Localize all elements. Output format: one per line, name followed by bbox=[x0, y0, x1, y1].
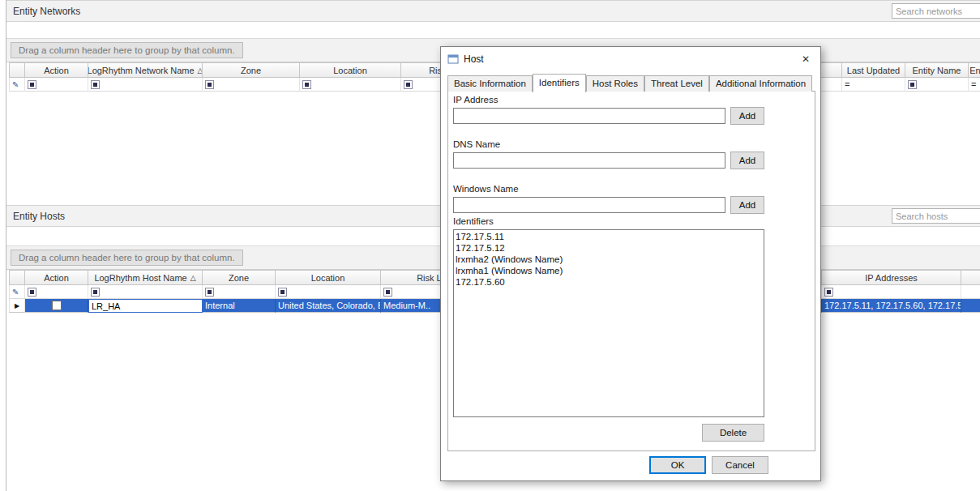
networks-col-last-updated[interactable]: Last Updated bbox=[842, 62, 905, 78]
hosts-filter-location[interactable] bbox=[276, 285, 381, 299]
add-dns-button[interactable]: Add bbox=[730, 152, 764, 169]
hosts-filter-host-name[interactable] bbox=[88, 285, 203, 299]
risk-value: Medium-M.. bbox=[383, 301, 430, 310]
equals-operator-icon[interactable]: = bbox=[971, 79, 976, 89]
networks-col-entity-id[interactable]: Entity ID bbox=[969, 62, 980, 78]
tab-host-roles[interactable]: Host Roles bbox=[586, 75, 644, 92]
hosts-col-action[interactable]: Action bbox=[25, 270, 88, 285]
networks-search-input[interactable] bbox=[892, 3, 980, 19]
networks-filter-last-updated[interactable]: = bbox=[842, 78, 905, 92]
row-location-cell[interactable]: United States, Colorado, B.. bbox=[276, 299, 381, 313]
networks-indicator-header bbox=[9, 62, 25, 78]
entity-networks-title: Entity Networks bbox=[13, 6, 80, 17]
add-ip-button[interactable]: Add bbox=[730, 107, 764, 125]
hosts-col-extra bbox=[961, 270, 980, 285]
entity-networks-title-bar: Entity Networks bbox=[6, 0, 980, 22]
ip-address-label: IP Address bbox=[453, 95, 498, 105]
identifiers-tab-page: IP Address Add DNS Name Add Windows Name… bbox=[447, 91, 815, 451]
ip-addresses-value: 172.17.5.11, 172.17.5.60, 172.17.5.12 bbox=[824, 301, 961, 310]
edit-filter-icon: ✎ bbox=[12, 288, 19, 297]
hosts-col-location[interactable]: Location bbox=[276, 270, 381, 285]
filter-icon[interactable] bbox=[302, 80, 311, 89]
hosts-col-zone[interactable]: Zone bbox=[203, 270, 276, 285]
col-label: Entity Name bbox=[913, 66, 961, 75]
cancel-button[interactable]: Cancel bbox=[712, 456, 768, 474]
networks-col-entity-name[interactable]: Entity Name bbox=[905, 62, 969, 78]
add-windows-button[interactable]: Add bbox=[730, 196, 764, 214]
row-zone-cell[interactable]: Internal bbox=[203, 299, 276, 313]
sort-asc-icon: △ bbox=[190, 274, 196, 282]
dns-name-label: DNS Name bbox=[453, 139, 500, 149]
dialog-title: Host bbox=[464, 53, 484, 65]
identifiers-label: Identifiers bbox=[453, 216, 494, 226]
row-ip-addresses-cell[interactable]: 172.17.5.11, 172.17.5.60, 172.17.5.12 bbox=[822, 299, 961, 313]
col-label: Action bbox=[44, 273, 69, 283]
networks-col-location[interactable]: Location bbox=[300, 62, 401, 78]
ip-address-input[interactable] bbox=[453, 108, 725, 124]
networks-col-zone[interactable]: Zone bbox=[203, 62, 300, 78]
col-label: Zone bbox=[229, 273, 249, 283]
filter-icon[interactable] bbox=[404, 80, 413, 89]
col-label: IP Addresses bbox=[865, 273, 918, 283]
networks-filter-location[interactable] bbox=[300, 78, 401, 92]
col-label: Zone bbox=[241, 66, 261, 75]
identifier-item[interactable]: 172.17.5.60 bbox=[456, 276, 762, 288]
ok-button[interactable]: OK bbox=[649, 456, 706, 474]
host-dialog-title-bar[interactable]: Host bbox=[441, 47, 820, 71]
row-host-name-cell[interactable]: LR_HA bbox=[88, 299, 203, 313]
networks-filter-network-name[interactable] bbox=[88, 78, 203, 92]
filter-icon[interactable] bbox=[824, 288, 833, 297]
filter-icon[interactable] bbox=[28, 80, 36, 89]
host-icon bbox=[447, 53, 459, 65]
hosts-filter-extra bbox=[961, 285, 980, 299]
identifier-item[interactable]: 172.17.5.11 bbox=[456, 231, 762, 242]
networks-filter-zone[interactable] bbox=[203, 78, 300, 92]
networks-filter-action[interactable] bbox=[25, 78, 88, 92]
filter-icon[interactable] bbox=[908, 80, 917, 89]
host-dialog: Host ✕ Basic Information Identifiers Hos… bbox=[440, 46, 821, 481]
tab-additional-information[interactable]: Additional Information bbox=[709, 75, 812, 92]
hosts-indicator-header bbox=[9, 270, 25, 285]
hosts-group-hint: Drag a column header here to group by th… bbox=[11, 250, 243, 266]
filter-icon[interactable] bbox=[91, 80, 100, 89]
networks-filter-entity-id[interactable]: = bbox=[969, 78, 980, 92]
tab-basic-information[interactable]: Basic Information bbox=[447, 75, 533, 92]
equals-operator-icon[interactable]: = bbox=[845, 79, 849, 89]
row-action-cell[interactable] bbox=[25, 299, 88, 313]
identifier-item[interactable]: lrxmha2 (Windows Name) bbox=[456, 254, 762, 265]
hosts-filter-zone[interactable] bbox=[203, 285, 276, 299]
hosts-filter-action[interactable] bbox=[25, 285, 88, 299]
dns-name-input[interactable] bbox=[453, 152, 725, 169]
col-label: Last Updated bbox=[847, 66, 900, 75]
col-label: Location bbox=[311, 273, 345, 283]
zone-value: Internal bbox=[205, 301, 235, 310]
row-extra-cell bbox=[961, 299, 980, 313]
windows-name-input[interactable] bbox=[453, 197, 725, 213]
filter-icon[interactable] bbox=[28, 288, 36, 297]
filter-icon[interactable] bbox=[278, 288, 287, 297]
filter-icon[interactable] bbox=[205, 80, 214, 89]
hosts-filter-ip-addresses[interactable] bbox=[822, 285, 961, 299]
filter-icon[interactable] bbox=[91, 288, 100, 297]
identifiers-listbox[interactable]: 172.17.5.11 172.17.5.12 lrxmha2 (Windows… bbox=[453, 229, 764, 417]
action-checkbox[interactable] bbox=[52, 301, 62, 310]
identifier-item[interactable]: 172.17.5.12 bbox=[456, 242, 762, 254]
filter-icon[interactable] bbox=[205, 288, 214, 297]
edit-filter-icon: ✎ bbox=[12, 80, 19, 89]
networks-group-hint: Drag a column header here to group by th… bbox=[11, 42, 243, 58]
hosts-search-input[interactable] bbox=[892, 208, 980, 224]
hosts-col-ip-addresses[interactable]: IP Addresses bbox=[822, 270, 961, 285]
identifier-item[interactable]: lrxmha1 (Windows Name) bbox=[456, 265, 762, 276]
host-name-value: LR_HA bbox=[92, 301, 120, 311]
close-button[interactable]: ✕ bbox=[791, 47, 820, 70]
networks-filter-entity-name[interactable] bbox=[905, 78, 969, 92]
networks-col-action[interactable]: Action bbox=[25, 62, 88, 78]
delete-button[interactable]: Delete bbox=[702, 424, 764, 442]
tab-identifiers[interactable]: Identifiers bbox=[533, 74, 586, 92]
tab-threat-level[interactable]: Threat Level bbox=[644, 75, 709, 92]
filter-icon[interactable] bbox=[383, 288, 392, 297]
networks-col-network-name[interactable]: LogRhythm Network Name △ bbox=[88, 62, 203, 78]
entity-hosts-title: Entity Hosts bbox=[13, 211, 65, 222]
hosts-col-host-name[interactable]: LogRhythm Host Name △ bbox=[88, 270, 203, 285]
col-label: LogRhythm Host Name bbox=[94, 273, 186, 283]
